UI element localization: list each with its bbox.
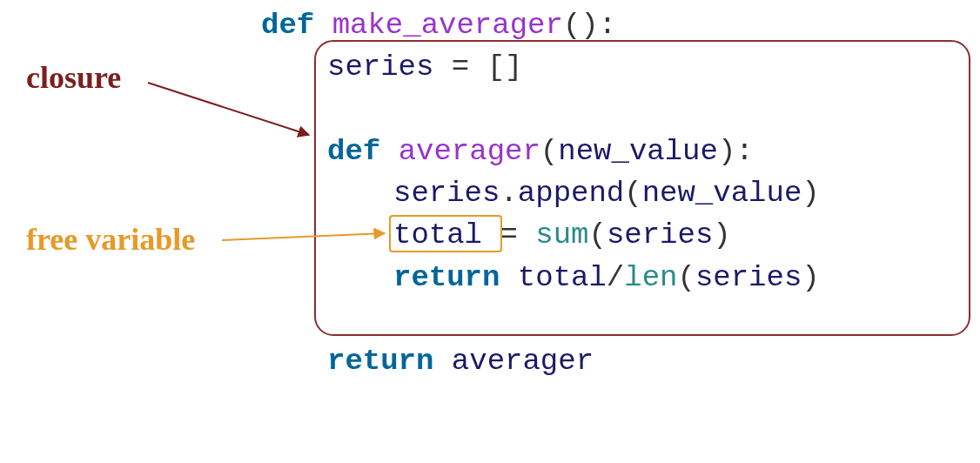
code-line-def-outer: def make_averager():	[261, 4, 820, 46]
free-variable-label: free variable	[26, 221, 195, 258]
code-line-total: total = sum(series)	[261, 214, 820, 256]
code-line-return-inner: return total/len(series)	[261, 257, 820, 299]
closure-label: closure	[26, 59, 121, 96]
code-line-return-outer: return averager	[261, 340, 820, 382]
code-line-append: series.append(new_value)	[261, 172, 820, 214]
code-line-def-inner: def averager(new_value):	[261, 131, 820, 172]
code-line-series-init: series = []	[261, 46, 820, 88]
code-line-blank	[261, 89, 820, 131]
code-block: def make_averager(): series = [] def ave…	[261, 4, 820, 382]
code-line-blank-2	[261, 299, 820, 340]
